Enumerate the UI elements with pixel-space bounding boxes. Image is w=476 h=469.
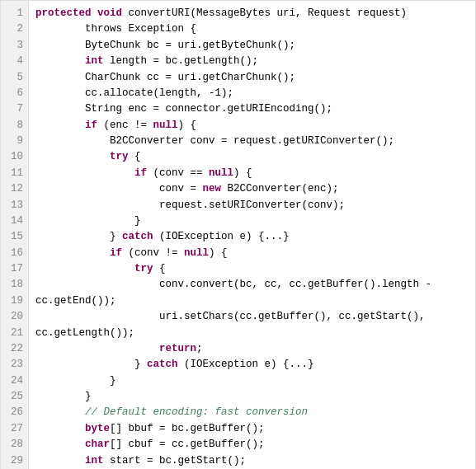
code-token [35,55,85,67]
line-number: 15 [1,229,28,245]
line-number: 28 [1,437,28,453]
code-token [35,455,85,467]
code-line: conv.convert(bc, cc, cc.getBuffer().leng… [35,277,469,293]
code-token [35,343,159,354]
code-token [35,151,110,162]
code-token: [] bbuf = bc.getBuffer(); [110,423,265,434]
code-line: } catch (IOException e) {...} [35,229,469,245]
line-number: 29 [1,453,28,469]
line-number: 11 [1,166,28,181]
code-token: if [134,167,147,179]
code-line: CharChunk cc = uri.getCharChunk(); [35,70,469,86]
code-line: cc.allocate(length, -1); [35,86,469,101]
code-line: if (enc != null) { [35,118,469,134]
code-token: if [110,247,122,259]
code-area[interactable]: protected void convertURI(MessageBytes u… [29,1,475,469]
code-token: { [153,263,166,274]
code-token: (conv == [147,167,209,179]
code-token: [] cbuf = cc.getBuffer(); [110,439,265,450]
code-line: int start = bc.getStart(); [35,453,469,469]
line-number: 2 [1,21,28,37]
code-line: } [35,213,469,229]
line-number: 25 [1,389,28,405]
code-token: catch [122,231,153,242]
code-editor: 1234567891011121314151617181920212223242… [0,0,476,469]
code-token: protected [35,7,92,19]
code-line: ByteChunk bc = uri.getByteChunk(); [35,38,469,54]
code-token: null [184,247,209,259]
code-token: start = bc.getStart(); [104,455,247,467]
code-token: B2CConverter(enc); [221,183,339,195]
code-token [35,263,134,274]
code-line: byte[] bbuf = bc.getBuffer(); [35,421,469,437]
code-line: throws Exception { [35,21,469,37]
line-number: 13 [1,198,28,213]
code-token: ; [196,343,203,354]
code-line: if (conv == null) { [35,166,469,181]
code-token: } [35,391,92,402]
line-number-gutter: 1234567891011121314151617181920212223242… [1,1,29,469]
code-token: null [153,120,178,131]
code-token: if [85,120,97,131]
code-token: cc.allocate(length, -1); [35,87,233,99]
code-token [35,247,110,259]
code-token: (IOException e) {...} [153,231,290,242]
code-token: B2CConverter conv = request.getURIConver… [35,135,394,147]
code-token: request.setURIConverter(conv); [35,199,345,211]
code-line: request.setURIConverter(conv); [35,198,469,213]
code-token: (IOException e) {...} [178,359,314,370]
line-number: 17 [1,261,28,277]
line-number: 5 [1,70,28,86]
code-line: String enc = connector.getURIEncoding(); [35,101,469,117]
code-line: // Default encoding: fast conversion [35,405,469,420]
code-token [35,120,85,131]
code-token: (enc != [97,120,153,131]
code-line: try { [35,149,469,165]
code-token: String enc = connector.getURIEncoding(); [35,103,332,115]
code-line: } [35,389,469,405]
code-token: void [97,7,122,19]
line-number: 1 [1,6,28,21]
code-token [35,439,85,450]
line-number: 10 [1,149,28,165]
line-number: 7 [1,101,28,117]
line-number: 3 [1,38,28,54]
code-line: protected void convertURI(MessageBytes u… [35,6,469,21]
code-line: cc.getEnd()); [35,293,469,309]
code-token: new [203,183,222,195]
line-number: 4 [1,54,28,69]
code-token: int [85,455,104,467]
code-token: int [85,55,104,67]
line-number: 27 [1,421,28,437]
code-token: throws Exception { [35,23,196,35]
code-line: B2CConverter conv = request.getURIConver… [35,134,469,149]
code-token: ByteChunk bc = uri.getByteChunk(); [35,40,295,51]
code-token: conv = [35,183,203,195]
line-number: 24 [1,373,28,389]
code-token: cc.getEnd()); [35,295,116,307]
code-line: if (conv != null) { [35,246,469,261]
code-token [35,423,85,434]
code-token: cc.getLength()); [35,327,134,339]
code-token: { [129,151,141,162]
code-token: CharChunk cc = uri.getCharChunk(); [35,72,295,83]
code-token: char [85,439,110,450]
line-number: 18 [1,277,28,293]
code-token: length = bc.getLength(); [104,55,259,67]
code-token: byte [85,423,110,434]
code-token: return [159,343,196,354]
code-token: } [35,215,141,227]
code-token: null [209,167,233,179]
code-token: conv.convert(bc, cc, cc.getBuffer().leng… [35,279,431,290]
code-token: try [110,151,129,162]
code-line: char[] cbuf = cc.getBuffer(); [35,437,469,453]
code-line: cc.getLength()); [35,326,469,341]
code-line: try { [35,261,469,277]
code-token: convertURI(MessageBytes uri, Request req… [122,7,407,19]
code-token: ) { [209,247,228,259]
code-token: } [35,359,147,370]
line-number: 20 [1,309,28,325]
line-number: 12 [1,181,28,197]
code-token [35,167,134,179]
line-number: 21 [1,326,28,341]
